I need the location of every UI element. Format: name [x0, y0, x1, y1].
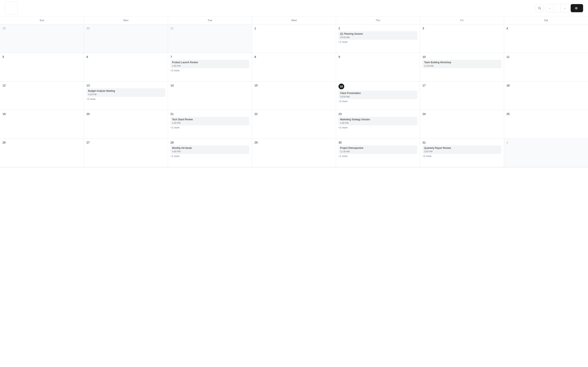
day-header-sat: Sat: [504, 16, 588, 24]
cell-number: 2: [338, 27, 340, 30]
day-header-mon: Mon: [84, 16, 168, 24]
event-card[interactable]: Team Building Workshop11:00 AM: [423, 60, 501, 68]
more-events-label[interactable]: +1 more: [171, 155, 249, 158]
more-events-label[interactable]: +1 more: [338, 41, 417, 43]
event-title: Product Launch Review: [172, 61, 248, 64]
event-card[interactable]: Marketing Strategy Session2:30 PM: [338, 117, 417, 125]
cell-number: 8: [254, 55, 256, 58]
more-events-label[interactable]: +1 more: [171, 126, 249, 129]
today-button[interactable]: [554, 4, 561, 12]
calendar-cell: 28Monthly All-Hands4:00 PM+1 more: [168, 139, 252, 167]
day-header-thu: Thu: [336, 16, 420, 24]
event-time: 4:00 PM: [172, 150, 248, 153]
calendar-cell: 19: [0, 110, 84, 139]
event-title: Team Building Workshop: [424, 61, 500, 64]
cell-number: 21: [171, 112, 174, 116]
event-time: 10:00 AM: [340, 36, 416, 39]
cell-number: 17: [423, 84, 426, 87]
calendar-cell: 30: [84, 25, 168, 53]
event-time: 2:00 PM: [172, 65, 248, 67]
cell-number: 13: [86, 84, 90, 87]
cell-number: 15: [254, 84, 258, 87]
calendar-cell: 25: [504, 110, 588, 139]
calendar-cell: 26: [0, 139, 84, 167]
event-card[interactable]: Monthly All-Hands4:00 PM: [171, 145, 249, 154]
day-header-wed: Wed: [252, 16, 336, 24]
cell-number: 3: [423, 27, 424, 30]
event-card[interactable]: Tech Stack Review1:00 PM: [171, 117, 249, 125]
event-time: 1:00 PM: [172, 122, 248, 124]
event-card[interactable]: Client Presentation10:00 AM: [338, 91, 417, 99]
calendar-cell: 30Project Retrospective11:30 AM+1 more: [336, 139, 420, 167]
event-time: 2:30 PM: [340, 122, 416, 124]
day-header-tue: Tue: [168, 16, 252, 24]
calendar-header: ‹ › ⊕: [0, 0, 588, 16]
header-title-group: [21, 8, 536, 8]
event-time: 3:00 PM: [424, 150, 500, 153]
new-event-button[interactable]: ⊕: [571, 4, 583, 12]
search-button[interactable]: [536, 4, 544, 12]
calendar-cell: 2Q1 Planning Session10:00 AM+1 more: [336, 25, 420, 53]
event-card[interactable]: Quarterly Report Review3:00 PM: [423, 145, 501, 154]
more-events-label[interactable]: +2 more: [171, 69, 249, 72]
event-title: Client Presentation: [340, 92, 416, 95]
cell-number-today: 16: [338, 83, 344, 89]
event-card[interactable]: Budget Analysis Meeting3:30 PM: [86, 88, 165, 97]
more-events-label[interactable]: +2 more: [86, 98, 165, 100]
calendar-cell: 1: [252, 25, 336, 53]
cell-number: 5: [2, 55, 4, 58]
cell-number: 4: [507, 27, 508, 30]
calendar-cell: 24: [420, 110, 504, 139]
calendar-cell: 29: [0, 25, 84, 53]
event-title: Project Retrospective: [340, 147, 416, 150]
event-title: Quarterly Report Review: [424, 147, 500, 150]
calendar-cell: 3: [420, 25, 504, 53]
cell-number: 1: [254, 27, 256, 30]
cell-number: 29: [254, 141, 258, 144]
event-time: 10:00 AM: [340, 95, 416, 98]
event-title: Budget Analysis Meeting: [88, 90, 164, 93]
prev-button[interactable]: ‹: [545, 4, 554, 12]
calendar-cell: 11: [504, 53, 588, 82]
more-events-label[interactable]: +2 more: [338, 126, 417, 129]
cell-number: 18: [507, 84, 510, 87]
cell-number: 22: [254, 112, 258, 116]
cell-number: 11: [507, 55, 510, 58]
calendar-cell: 16Client Presentation10:00 AM+2 more: [336, 82, 420, 110]
cell-number: 23: [338, 112, 342, 116]
nav-group: ‹ ›: [545, 4, 569, 12]
event-card[interactable]: Project Retrospective11:30 AM: [338, 145, 417, 154]
calendar-grid: 29303112Q1 Planning Session10:00 AM+1 mo…: [0, 25, 588, 167]
calendar-cell: 4: [504, 25, 588, 53]
calendar-grid-container: SunMonTueWedThuFriSat 29303112Q1 Plannin…: [0, 16, 588, 167]
plus-icon: ⊕: [575, 6, 578, 10]
more-events-label[interactable]: +2 more: [338, 100, 417, 103]
calendar-cell: 31Quarterly Report Review3:00 PM+2 more: [420, 139, 504, 167]
calendar-cell: 14: [168, 82, 252, 110]
event-card[interactable]: Product Launch Review2:00 PM: [171, 60, 249, 68]
calendar-cell: 12: [0, 82, 84, 110]
date-badge: [5, 2, 18, 15]
calendar-cell: 17: [420, 82, 504, 110]
cell-number: 28: [171, 141, 174, 144]
cell-number: 29: [2, 27, 6, 30]
header-controls: ‹ › ⊕: [536, 4, 583, 12]
cell-number: 26: [2, 141, 6, 144]
cell-number: 10: [423, 55, 426, 58]
calendar-cell: 29: [252, 139, 336, 167]
cell-number: 9: [338, 55, 340, 58]
cell-number: 25: [507, 112, 510, 116]
cell-number: 12: [2, 84, 6, 87]
more-events-label[interactable]: +2 more: [423, 155, 501, 158]
calendar-cell: 20: [84, 110, 168, 139]
calendar-cell: 7Product Launch Review2:00 PM+2 more: [168, 53, 252, 82]
event-title: Marketing Strategy Session: [340, 118, 416, 121]
event-card[interactable]: Q1 Planning Session10:00 AM: [338, 31, 417, 40]
cell-number: 20: [86, 112, 90, 116]
calendar-cell: 1: [504, 139, 588, 167]
next-button[interactable]: ›: [561, 4, 569, 12]
event-time: 3:30 PM: [88, 93, 164, 96]
more-events-label[interactable]: +1 more: [338, 155, 417, 158]
cell-number: 6: [86, 55, 88, 58]
calendar-cell: 27: [84, 139, 168, 167]
